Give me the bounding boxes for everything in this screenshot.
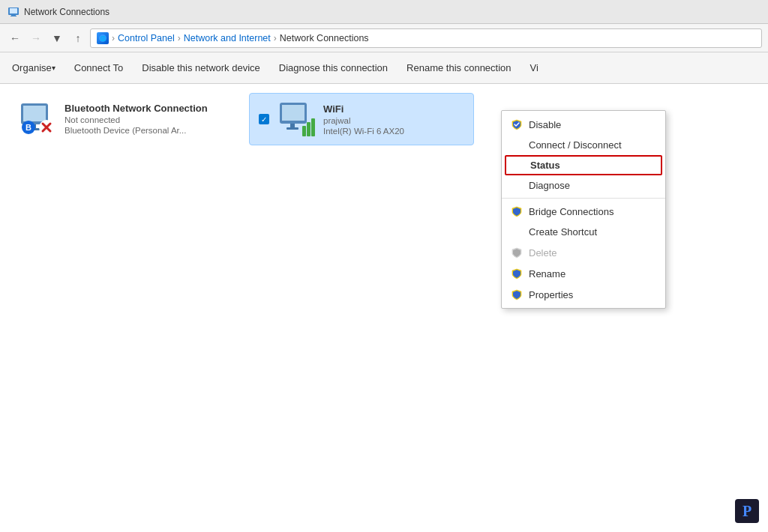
breadcrumb-network-internet[interactable]: Network and Internet bbox=[184, 33, 271, 43]
wifi-info: WiFi prajwal Intel(R) Wi-Fi 6 AX20 bbox=[323, 103, 404, 136]
shield-icon-properties bbox=[511, 288, 523, 300]
app-icon bbox=[8, 6, 20, 18]
toolbar-organise[interactable]: Organise bbox=[3, 52, 65, 84]
address-bar: ← → ▼ ↑ 🌐 › Control Panel › Network and … bbox=[0, 24, 768, 52]
title-bar: Network Connections bbox=[0, 0, 768, 24]
wifi-device: Intel(R) Wi-Fi 6 AX20 bbox=[323, 127, 404, 136]
svg-rect-2 bbox=[11, 15, 16, 16]
breadcrumb-sep-2: › bbox=[178, 33, 181, 43]
toolbar-vi[interactable]: Vi bbox=[521, 52, 548, 84]
shield-icon-bridge bbox=[511, 205, 523, 217]
svg-rect-20 bbox=[307, 122, 310, 136]
shield-icon-disable bbox=[511, 118, 523, 130]
main-content: B Bluetooth Network Connection Not conne… bbox=[0, 84, 768, 532]
menu-create-shortcut[interactable]: Create Shortcut bbox=[502, 222, 665, 242]
svg-rect-16 bbox=[282, 105, 304, 121]
wifi-icon-container bbox=[277, 100, 316, 139]
bluetooth-device: Bluetooth Device (Personal Ar... bbox=[64, 126, 208, 135]
svg-rect-17 bbox=[290, 124, 295, 127]
wifi-network-icon bbox=[277, 100, 316, 139]
recent-button[interactable]: ▼ bbox=[48, 29, 66, 47]
toolbar: Organise Connect To Disable this network… bbox=[0, 52, 768, 84]
wifi-status: prajwal bbox=[323, 116, 404, 125]
menu-delete: Delete bbox=[502, 242, 665, 263]
toolbar-disable-device[interactable]: Disable this network device bbox=[133, 52, 270, 84]
shield-icon-rename bbox=[511, 267, 523, 279]
svg-rect-7 bbox=[23, 106, 46, 121]
menu-diagnose[interactable]: Diagnose bbox=[502, 175, 665, 196]
wifi-name: WiFi bbox=[323, 103, 404, 115]
wifi-checkbox[interactable]: ✓ bbox=[259, 114, 269, 124]
svg-rect-19 bbox=[302, 126, 306, 136]
toolbar-connect-to[interactable]: Connect To bbox=[65, 52, 134, 84]
bluetooth-icon-container: B bbox=[18, 99, 57, 138]
bluetooth-network-icon: B bbox=[18, 99, 57, 138]
svg-rect-18 bbox=[286, 127, 298, 130]
menu-rename[interactable]: Rename bbox=[502, 263, 665, 284]
menu-connect-disconnect[interactable]: Connect / Disconnect bbox=[502, 135, 665, 155]
breadcrumb: 🌐 › Control Panel › Network and Internet… bbox=[90, 28, 762, 48]
breadcrumb-current: Network Connections bbox=[280, 33, 369, 43]
wifi-connection[interactable]: ✓ WiFi prajwal Intel(R) Wi-Fi 6 AX20 bbox=[249, 93, 474, 145]
bluetooth-status: Not connected bbox=[64, 115, 208, 124]
breadcrumb-icon: 🌐 bbox=[97, 32, 109, 44]
up-button[interactable]: ↑ bbox=[69, 29, 87, 47]
toolbar-rename[interactable]: Rename this connection bbox=[398, 52, 520, 84]
menu-separator-1 bbox=[502, 198, 665, 199]
menu-status[interactable]: Status bbox=[505, 155, 662, 175]
window-title: Network Connections bbox=[24, 7, 110, 17]
svg-text:🌐: 🌐 bbox=[100, 35, 106, 42]
breadcrumb-sep-1: › bbox=[112, 33, 115, 43]
bluetooth-connection[interactable]: B Bluetooth Network Connection Not conne… bbox=[9, 93, 234, 144]
breadcrumb-sep-3: › bbox=[274, 33, 277, 43]
forward-button[interactable]: → bbox=[27, 29, 45, 47]
bluetooth-name: Bluetooth Network Connection bbox=[64, 103, 208, 114]
breadcrumb-control-panel[interactable]: Control Panel bbox=[118, 33, 175, 43]
shield-icon-delete bbox=[511, 247, 523, 259]
menu-bridge-connections[interactable]: Bridge Connections bbox=[502, 201, 665, 222]
menu-disable[interactable]: Disable bbox=[502, 114, 665, 135]
svg-text:B: B bbox=[26, 123, 32, 132]
toolbar-diagnose[interactable]: Diagnose this connection bbox=[270, 52, 398, 84]
bluetooth-info: Bluetooth Network Connection Not connect… bbox=[64, 103, 208, 135]
back-button[interactable]: ← bbox=[6, 29, 24, 47]
bottom-logo: P bbox=[735, 499, 759, 523]
context-menu: Disable Connect / Disconnect Status Diag… bbox=[501, 110, 666, 309]
menu-properties[interactable]: Properties bbox=[502, 284, 665, 305]
svg-rect-21 bbox=[311, 118, 315, 136]
svg-rect-3 bbox=[10, 16, 16, 16]
svg-rect-1 bbox=[10, 8, 17, 13]
